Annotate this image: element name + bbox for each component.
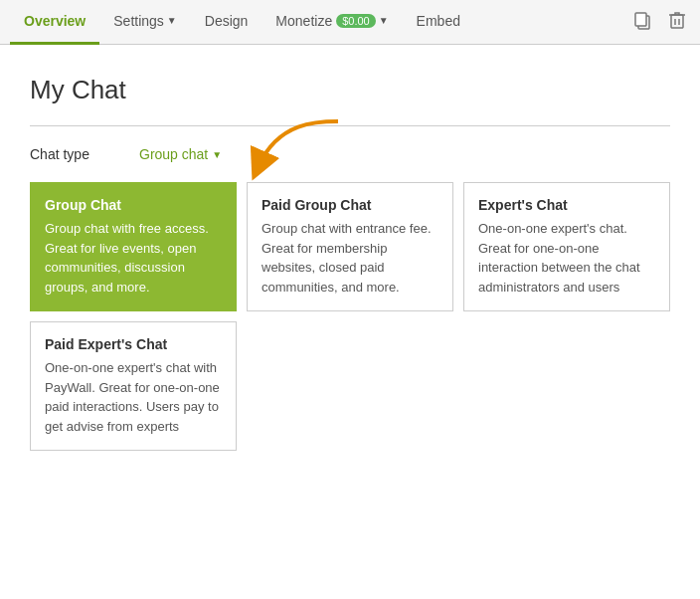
monetize-badge: $0.00 (336, 14, 376, 28)
cards-grid-bottom: Paid Expert's Chat One-on-one expert's c… (30, 321, 670, 451)
orange-arrow (239, 111, 358, 184)
svg-rect-1 (635, 13, 646, 26)
chat-type-label: Chat type (30, 146, 109, 162)
nav-item-design[interactable]: Design (191, 0, 262, 45)
page-title: My Chat (30, 75, 670, 105)
card-paid-group-chat[interactable]: Paid Group Chat Group chat with entrance… (247, 182, 453, 311)
chat-type-value: Group chat (139, 146, 208, 162)
cards-grid: Group Chat Group chat with free access. … (30, 182, 670, 311)
main-content: My Chat Chat type Group chat ▼ Group Cha… (0, 45, 700, 481)
card-paid-experts-chat[interactable]: Paid Expert's Chat One-on-one expert's c… (30, 321, 237, 451)
nav-label-settings: Settings (113, 13, 164, 29)
card-experts-chat-title: Expert's Chat (478, 197, 655, 213)
nav-item-monetize[interactable]: Monetize $0.00 ▼ (262, 0, 402, 45)
nav-item-embed[interactable]: Embed (403, 0, 474, 45)
card-paid-group-chat-desc: Group chat with entrance fee. Great for … (262, 219, 438, 297)
arrow-svg (239, 111, 358, 181)
nav-label-monetize: Monetize (275, 13, 332, 29)
nav-label-embed: Embed (417, 13, 460, 29)
nav-label-overview: Overview (24, 13, 86, 29)
chat-type-dropdown[interactable]: Group chat ▼ (139, 146, 222, 162)
nav-item-settings[interactable]: Settings ▼ (99, 0, 191, 45)
copy-button[interactable] (628, 6, 656, 39)
svg-rect-2 (671, 15, 683, 28)
card-paid-experts-chat-desc: One-on-one expert's chat with PayWall. G… (45, 358, 222, 436)
card-paid-group-chat-title: Paid Group Chat (262, 197, 438, 213)
card-experts-chat[interactable]: Expert's Chat One-on-one expert's chat. … (463, 182, 670, 311)
chat-type-row: Chat type Group chat ▼ (30, 146, 670, 162)
card-paid-experts-chat-title: Paid Expert's Chat (45, 336, 222, 352)
card-group-chat[interactable]: Group Chat Group chat with free access. … (30, 182, 237, 311)
chevron-down-icon-chattype: ▼ (212, 149, 222, 160)
delete-button[interactable] (664, 6, 690, 39)
card-experts-chat-desc: One-on-one expert's chat. Great for one-… (478, 219, 655, 297)
card-group-chat-title: Group Chat (45, 197, 222, 213)
chevron-down-icon-monetize: ▼ (379, 15, 389, 26)
card-group-chat-desc: Group chat with free access. Great for l… (45, 219, 222, 297)
nav-label-design: Design (205, 13, 249, 29)
chevron-down-icon: ▼ (167, 15, 177, 26)
nav-item-overview[interactable]: Overview (10, 0, 99, 45)
top-navigation: Overview Settings ▼ Design Monetize $0.0… (0, 0, 700, 45)
